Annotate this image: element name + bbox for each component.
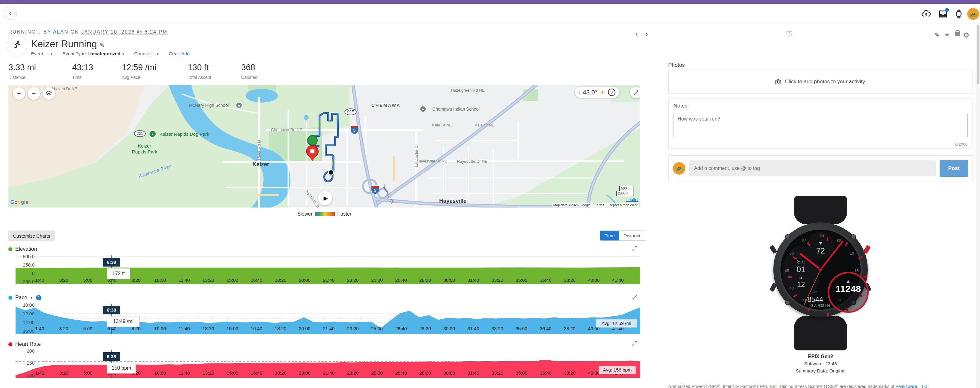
svg-text:Avg: 12:59 /mi: Avg: 12:59 /mi	[601, 321, 631, 326]
watch-day: Sat	[797, 259, 805, 265]
watch-case: 600510152025303540455055 ♥ 72 Sat 01 ≈ 1…	[773, 223, 868, 317]
add-photos-dropzone[interactable]: Click to add photos to your activity.	[668, 70, 973, 94]
event-dropdown[interactable]: Event: -- ▼	[31, 51, 53, 56]
pace-help-icon[interactable]: ?	[36, 295, 41, 301]
svg-text:200: 200	[27, 348, 35, 353]
map-zoom-out-button[interactable]: −	[28, 87, 40, 100]
edit-title-icon[interactable]: ✎	[99, 41, 105, 48]
map-label: Hayesville Dr NE	[457, 159, 487, 164]
event-type-dropdown[interactable]: Event Type: Uncategorized ▼	[62, 51, 125, 56]
map-terms-link[interactable]: Terms	[595, 203, 604, 207]
elevation-chart[interactable]: 500.0250.00-250.01:403:205:006:408:2010:…	[8, 254, 640, 285]
customize-charts-button[interactable]: Customize Charts	[8, 231, 55, 242]
weather-refresh-icon[interactable]: 3	[608, 89, 616, 96]
svg-text:31:40: 31:40	[468, 370, 479, 375]
road-shield-5: 5	[350, 126, 358, 134]
leaflet-link[interactable]: Leaflet	[626, 197, 638, 202]
svg-text:1:40: 1:40	[35, 277, 44, 283]
pace-chart[interactable]: 10:0012:0014:0016:001:403:205:006:408:20…	[8, 302, 640, 336]
weather-widget[interactable]: ‹ 43.0° ☀ 3	[575, 87, 619, 98]
heart-rate-expand-icon[interactable]: ⤢	[632, 340, 638, 347]
course-dropdown[interactable]: Course: -- ▼	[134, 51, 159, 56]
settings-gear-icon[interactable]: ⚙	[963, 31, 969, 40]
author-link[interactable]: ALAN	[53, 29, 68, 35]
svg-text:18:20: 18:20	[275, 277, 286, 283]
watch-heart-icon: ♥	[819, 240, 822, 246]
favorite-star-icon[interactable]: ★	[944, 31, 950, 38]
legend-slower-label: Slower	[297, 211, 312, 217]
svg-text:28:20: 28:20	[419, 326, 431, 331]
map-layers-button[interactable]	[43, 87, 55, 100]
svg-text:15:00: 15:00	[227, 326, 239, 331]
map-report-link[interactable]: Report a map error	[609, 203, 638, 207]
scrollbar-thumb[interactable]	[977, 25, 979, 84]
chevron-down-icon: ⌄	[38, 30, 41, 34]
comment-input[interactable]	[689, 160, 936, 177]
map-label: Chemawa Indian School	[432, 107, 480, 111]
edit-activity-icon[interactable]: ✎	[934, 31, 940, 38]
watch-red-tick	[827, 237, 828, 241]
pace-dropdown-icon[interactable]: ▼	[30, 296, 33, 299]
svg-text:21:40: 21:40	[323, 277, 335, 283]
svg-text:1:40: 1:40	[35, 326, 44, 331]
watch-strap-top	[794, 196, 847, 224]
svg-text:30:00: 30:00	[444, 277, 455, 283]
route-position-dot[interactable]	[328, 169, 334, 175]
inbox-notifications-icon[interactable]	[938, 9, 948, 19]
playback-play-button[interactable]: ▶	[318, 191, 332, 205]
breadcrumb: RUNNING ⌄ BY ALAN ON JANUARY 10, 2026 @ …	[8, 29, 167, 35]
svg-text:23:20: 23:20	[347, 277, 359, 283]
svg-text:14:00: 14:00	[23, 320, 35, 325]
svg-text:3:20: 3:20	[59, 370, 68, 375]
page-scrollbar[interactable]	[976, 23, 980, 388]
temperature-value: 43.0°	[583, 89, 597, 96]
svg-text:38:20: 38:20	[564, 277, 576, 283]
svg-text:0: 0	[32, 270, 35, 276]
svg-text:10:00: 10:00	[154, 370, 166, 375]
running-activity-icon	[7, 35, 27, 55]
profile-avatar[interactable]	[967, 8, 979, 20]
map-fullscreen-button[interactable]: ⤢	[630, 87, 640, 99]
pace-expand-icon[interactable]: ⤢	[632, 293, 638, 301]
svg-text:18:20: 18:20	[275, 326, 286, 331]
weather-prev-icon[interactable]: ‹	[578, 89, 580, 96]
stat-time: 43:13Time	[72, 63, 93, 80]
map-zoom-in-button[interactable]: +	[13, 87, 25, 100]
watch-strap-bottom	[794, 316, 847, 350]
route-map[interactable]: Lockhaven Dr NEHazelgreen Rd NEMcNary Hi…	[8, 85, 640, 208]
watch-dial-numeral: 45	[785, 269, 789, 273]
elevation-expand-icon[interactable]: ⤢	[632, 245, 638, 252]
watch-wind-icon: ≈	[799, 275, 802, 281]
post-comment-button[interactable]: Post	[940, 160, 968, 177]
svg-text:15:00: 15:00	[227, 277, 239, 283]
pace-color-legend: Slower Faster	[8, 211, 640, 217]
heart-rate-chart[interactable]: 2001501001:403:205:006:408:2010:0011:401…	[8, 348, 640, 380]
notes-textarea[interactable]	[673, 113, 967, 138]
svg-text:100: 100	[27, 372, 35, 378]
device-watch-icon[interactable]	[954, 9, 964, 19]
watch-brand-label: GARMIN	[810, 304, 831, 308]
svg-text:25:00: 25:00	[371, 370, 383, 375]
like-heart-icon[interactable]: ♡	[786, 30, 793, 40]
toggle-time[interactable]: Time	[600, 231, 619, 240]
privacy-lock-icon[interactable]	[955, 32, 960, 36]
activity-type-dropdown[interactable]: RUNNING ⌄	[8, 29, 41, 35]
next-activity-button[interactable]: ›	[645, 29, 648, 38]
svg-text:5:00: 5:00	[83, 326, 92, 331]
svg-text:16:40: 16:40	[251, 277, 262, 283]
svg-text:25:00: 25:00	[371, 326, 383, 331]
svg-text:26:40: 26:40	[395, 277, 407, 283]
peaksware-link[interactable]: Peaksware, LLC	[896, 384, 928, 388]
svg-text:Avg: 156 bpm: Avg: 156 bpm	[603, 367, 632, 372]
map-label: Keizer	[138, 143, 151, 148]
prev-activity-button[interactable]: ‹	[635, 29, 638, 38]
watch-dial-numeral: 10	[850, 251, 854, 256]
gear-add-link[interactable]: Add	[181, 51, 190, 56]
map-label: CHEMAWA	[371, 103, 401, 108]
toggle-distance[interactable]: Distance	[619, 231, 646, 240]
svg-text:26:40: 26:40	[395, 370, 407, 375]
back-button[interactable]: ‹	[4, 7, 17, 20]
upload-cloud-icon[interactable]	[921, 9, 932, 19]
svg-text:35:00: 35:00	[515, 370, 527, 375]
heart-rate-chart-title: Heart Rate	[15, 341, 41, 347]
